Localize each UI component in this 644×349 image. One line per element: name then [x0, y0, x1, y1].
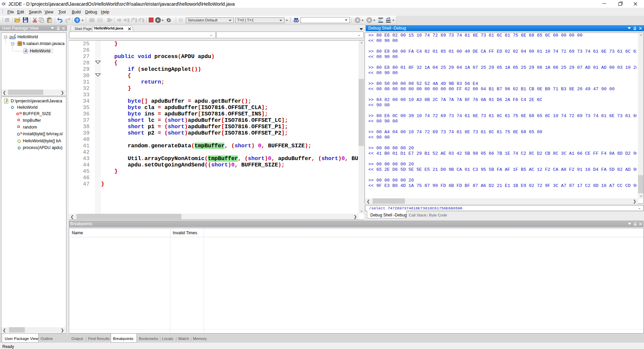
svg-text:SF: SF: [19, 111, 22, 115]
svg-text:?: ?: [76, 18, 78, 22]
svg-text:A: A: [24, 49, 27, 53]
svg-text:S: S: [20, 132, 22, 135]
svg-text:J: J: [5, 99, 7, 103]
